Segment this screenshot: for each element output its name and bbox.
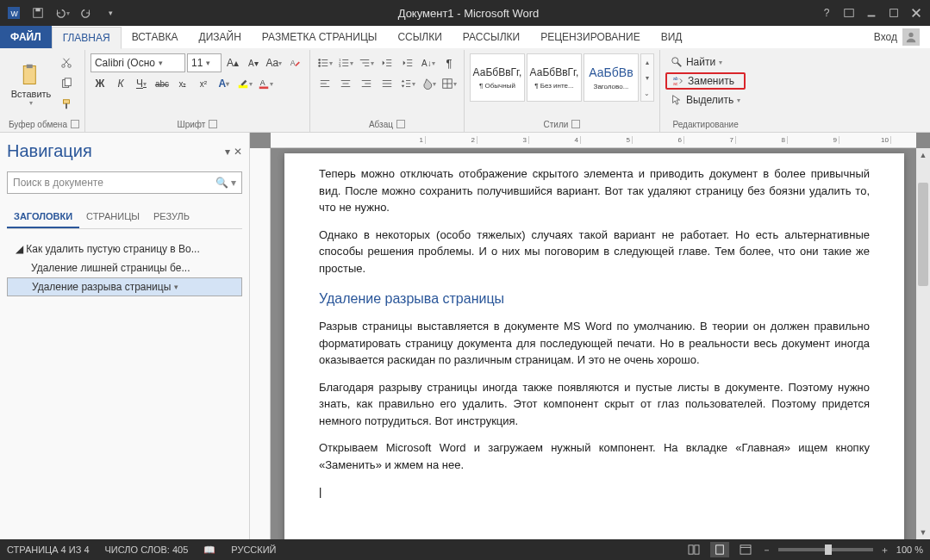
view-print-icon[interactable] <box>710 542 729 557</box>
format-painter-icon[interactable] <box>57 95 76 114</box>
replace-button[interactable]: abacЗаменить <box>665 72 746 90</box>
tab-home[interactable]: ГЛАВНАЯ <box>52 27 122 49</box>
style-nospacing[interactable]: АаБбВвГг,¶ Без инте... <box>527 53 582 102</box>
justify-icon[interactable] <box>378 74 396 93</box>
cut-icon[interactable] <box>57 53 76 72</box>
undo-icon[interactable] <box>52 3 72 22</box>
styles-gallery-more[interactable]: ▴▾⌄ <box>640 53 654 102</box>
group-editing-label: Редактирование <box>673 120 739 129</box>
save-icon[interactable] <box>28 3 48 22</box>
minimize-icon[interactable] <box>861 3 882 22</box>
vertical-ruler[interactable] <box>250 148 271 539</box>
font-color-icon[interactable]: A <box>256 74 275 93</box>
paste-button[interactable]: Вставить <box>9 53 53 115</box>
nav-tab-pages[interactable]: СТРАНИЦЫ <box>79 206 147 228</box>
bullets-icon[interactable] <box>315 53 334 72</box>
redo-icon[interactable] <box>76 3 97 22</box>
view-read-icon[interactable] <box>684 542 703 557</box>
tab-layout[interactable]: РАЗМЕТКА СТРАНИЦЫ <box>252 26 388 48</box>
font-launcher[interactable] <box>209 120 217 128</box>
status-language[interactable]: РУССКИЙ <box>231 544 276 555</box>
horizontal-ruler[interactable]: 1234567891011121314151617 <box>271 133 916 148</box>
svg-point-28 <box>318 65 321 67</box>
strike-button[interactable]: abc <box>153 74 172 93</box>
clear-formatting-icon[interactable]: A <box>285 53 304 72</box>
show-marks-icon[interactable]: ¶ <box>440 53 459 72</box>
change-case-icon[interactable]: Aa <box>265 53 284 72</box>
clipboard-launcher[interactable] <box>71 120 79 128</box>
sign-in[interactable]: Вход <box>864 26 930 48</box>
status-page[interactable]: СТРАНИЦА 4 ИЗ 4 <box>7 544 90 555</box>
outdent-icon[interactable] <box>378 53 396 72</box>
svg-text:W: W <box>11 9 19 18</box>
view-web-icon[interactable] <box>736 542 755 557</box>
shrink-font-icon[interactable]: A▾ <box>244 53 263 72</box>
avatar-icon <box>902 28 920 46</box>
select-button[interactable]: Выделить <box>665 91 746 109</box>
paragraph-launcher[interactable] <box>396 120 405 128</box>
paragraph: Открываем Microsoft Word и загружаем нуж… <box>319 439 870 473</box>
styles-launcher[interactable] <box>571 120 580 128</box>
text-effects-icon[interactable]: A <box>215 74 234 93</box>
superscript-button[interactable]: x² <box>194 74 213 93</box>
tab-insert[interactable]: ВСТАВКА <box>122 26 189 48</box>
svg-rect-70 <box>740 545 751 554</box>
tab-references[interactable]: ССЫЛКИ <box>387 26 452 48</box>
tree-item[interactable]: Удаление лишней страницы бе... <box>7 258 242 277</box>
zoom-level[interactable]: 100 % <box>896 544 923 555</box>
tab-design[interactable]: ДИЗАЙН <box>189 26 252 48</box>
vertical-scrollbar[interactable]: ▲ ▼ <box>916 148 930 539</box>
highlight-icon[interactable] <box>235 74 254 93</box>
group-paragraph: 123 A↓ ¶ Абзац <box>310 50 465 132</box>
tree-item[interactable]: ◢ Как удалить пустую страницу в Во... <box>7 240 242 258</box>
svg-rect-68 <box>695 545 699 554</box>
tab-mailings[interactable]: РАССЫЛКИ <box>453 26 530 48</box>
borders-icon[interactable] <box>440 74 459 93</box>
line-spacing-icon[interactable] <box>398 74 417 93</box>
scroll-up-icon[interactable]: ▲ <box>916 148 930 162</box>
tab-file[interactable]: ФАЙЛ <box>0 26 52 48</box>
indent-icon[interactable] <box>398 53 417 72</box>
shading-icon[interactable] <box>419 74 438 93</box>
align-center-icon[interactable] <box>336 74 355 93</box>
numbering-icon[interactable]: 123 <box>336 53 355 72</box>
sort-icon[interactable]: A↓ <box>419 53 438 72</box>
svg-point-63 <box>672 58 678 64</box>
maximize-icon[interactable] <box>883 3 904 22</box>
scroll-thumb[interactable] <box>918 183 928 286</box>
scroll-down-icon[interactable]: ▼ <box>916 526 930 539</box>
tree-item[interactable]: Удаление разрыва страницы <box>7 277 242 296</box>
nav-tab-results[interactable]: РЕЗУЛЬ <box>147 206 197 228</box>
style-heading[interactable]: АаБбВвЗаголово... <box>584 53 639 102</box>
nav-menu-icon[interactable]: ▾ <box>225 146 230 158</box>
underline-button[interactable]: Ч <box>132 74 151 93</box>
help-icon[interactable]: ? <box>816 3 837 22</box>
grow-font-icon[interactable]: A▴ <box>223 53 242 72</box>
style-normal[interactable]: АаБбВвГг,¶ Обычный <box>470 53 525 102</box>
ribbon-display-icon[interactable] <box>839 3 859 22</box>
word-icon[interactable]: W <box>3 3 24 22</box>
status-proofing-icon[interactable]: 📖 <box>203 544 215 556</box>
subscript-button[interactable]: x₂ <box>173 74 192 93</box>
multilevel-icon[interactable] <box>357 53 376 72</box>
copy-icon[interactable] <box>57 74 76 93</box>
align-right-icon[interactable] <box>357 74 376 93</box>
zoom-out-icon[interactable]: － <box>762 544 771 557</box>
page[interactable]: Теперь можно отключать отображение скрыт… <box>284 153 904 539</box>
align-left-icon[interactable] <box>315 74 334 93</box>
italic-button[interactable]: К <box>111 74 130 93</box>
font-size-select[interactable]: 11 <box>187 53 222 72</box>
status-words[interactable]: ЧИСЛО СЛОВ: 405 <box>105 544 189 555</box>
zoom-in-icon[interactable]: ＋ <box>880 544 889 557</box>
close-icon[interactable] <box>906 3 927 22</box>
nav-search-input[interactable]: Поиск в документе 🔍 ▾ <box>7 171 242 194</box>
tab-review[interactable]: РЕЦЕНЗИРОВАНИЕ <box>530 26 650 48</box>
find-button[interactable]: Найти <box>665 53 746 71</box>
zoom-slider[interactable] <box>778 548 873 551</box>
font-name-select[interactable]: Calibri (Осно <box>91 53 185 72</box>
tab-view[interactable]: ВИД <box>651 26 693 48</box>
bold-button[interactable]: Ж <box>91 74 109 93</box>
nav-tab-headings[interactable]: ЗАГОЛОВКИ <box>7 206 79 228</box>
qat-customize-icon[interactable]: ▾ <box>100 3 121 22</box>
nav-close-icon[interactable]: ✕ <box>234 146 242 158</box>
